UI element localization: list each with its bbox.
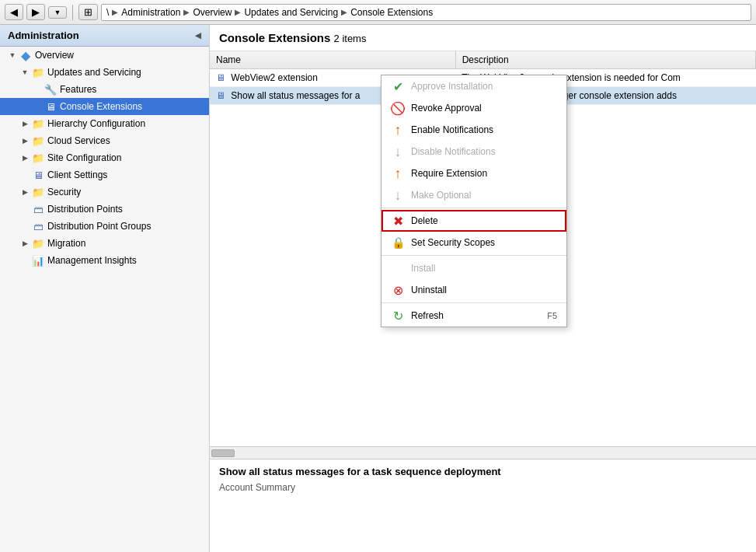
sidebar-item-site-config[interactable]: ▶ 📁 Site Configuration	[0, 149, 209, 166]
sidebar: Administration ◀ ▼ ◆ Overview ▼ 📁 Update…	[0, 25, 210, 552]
expand-arrow-distrib	[19, 205, 31, 213]
bottom-pane: Show all status messages for a task sequ…	[210, 459, 756, 552]
make-optional-icon: ↓	[391, 188, 405, 202]
sidebar-title: Administration	[8, 30, 79, 41]
col-description[interactable]: Description	[455, 51, 755, 69]
sidebar-label-cloud: Cloud Services	[47, 135, 110, 146]
expand-arrow-cloud: ▶	[19, 137, 31, 145]
expand-arrow-hierarchy: ▶	[19, 120, 31, 128]
sidebar-item-mgmt-insights[interactable]: 📊 Management Insights	[0, 252, 209, 269]
ctx-approve-label: Approve Installation	[411, 81, 493, 92]
ctx-enable-notif-label: Enable Notifications	[411, 124, 493, 135]
ctx-install-label: Install	[411, 263, 435, 274]
folder-icon-cloud: 📁	[31, 135, 45, 147]
security-scope-icon: 🔒	[391, 236, 405, 250]
dropdown-button[interactable]: ▼	[48, 6, 67, 19]
expand-arrow-security: ▶	[19, 188, 31, 196]
ctx-require-ext[interactable]: ↑ Require Extension	[381, 162, 566, 184]
expand-arrow-updates: ▼	[19, 68, 31, 76]
ctx-delete[interactable]: ✖ Delete	[381, 210, 566, 232]
sidebar-label-distrib-groups: Distribution Point Groups	[47, 221, 151, 232]
require-ext-icon: ↑	[391, 166, 405, 180]
breadcrumb-console-ext[interactable]: Console Extensions	[350, 7, 433, 18]
main-container: Administration ◀ ▼ ◆ Overview ▼ 📁 Update…	[0, 25, 756, 552]
content-header: Console Extensions 2 items	[210, 25, 756, 51]
folder-icon-site: 📁	[31, 152, 45, 164]
ctx-refresh[interactable]: ↻ Refresh F5	[381, 305, 566, 327]
sidebar-label-updates: Updates and Servicing	[47, 67, 141, 78]
scrollbar-thumb[interactable]	[211, 449, 235, 457]
sidebar-collapse-arrow[interactable]: ◀	[195, 31, 201, 40]
ctx-set-security[interactable]: 🔒 Set Security Scopes	[381, 232, 566, 253]
sidebar-label-migration: Migration	[47, 238, 85, 249]
folder-icon-updates: 📁	[31, 66, 45, 79]
breadcrumb[interactable]: \ ▶ Administration ▶ Overview ▶ Updates …	[101, 4, 751, 21]
enable-notif-icon: ↑	[391, 123, 405, 137]
ctx-uninstall[interactable]: ⊗ Uninstall	[381, 279, 566, 301]
ctx-sep-2	[381, 255, 566, 256]
ctx-disable-notif-label: Disable Notifications	[411, 146, 496, 157]
nav-button[interactable]: ⊞	[78, 4, 98, 20]
sidebar-item-updates[interactable]: ▼ 📁 Updates and Servicing	[0, 64, 209, 81]
sidebar-label-security: Security	[47, 187, 81, 197]
breadcrumb-updates[interactable]: Updates and Servicing	[244, 7, 338, 18]
horizontal-scrollbar[interactable]	[210, 446, 756, 459]
sidebar-label-client-settings: Client Settings	[47, 169, 107, 180]
breadcrumb-sep-1: ▶	[112, 8, 118, 16]
ctx-make-optional: ↓ Make Optional	[381, 184, 566, 206]
sidebar-item-features[interactable]: 🔧 Features	[0, 81, 209, 98]
ctx-refresh-shortcut: F5	[547, 311, 557, 320]
sidebar-label-distrib-points: Distribution Points	[47, 204, 123, 215]
approve-icon: ✔	[391, 79, 405, 93]
col-name[interactable]: Name	[210, 51, 455, 69]
toolbar-separator	[72, 5, 73, 20]
expand-arrow-features	[31, 86, 44, 93]
breadcrumb-administration[interactable]: Administration	[121, 7, 180, 18]
forward-button[interactable]: ▶	[26, 4, 45, 20]
context-menu: ✔ Approve Installation 🚫 Revoke Approval…	[381, 75, 567, 327]
content-title: Console Extensions	[219, 31, 330, 44]
bottom-pane-title: Show all status messages for a task sequ…	[219, 466, 747, 477]
expand-arrow-site: ▶	[19, 154, 31, 162]
sidebar-item-distrib-points[interactable]: 🗃 Distribution Points	[0, 201, 209, 218]
ctx-set-security-label: Set Security Scopes	[411, 237, 495, 248]
expand-arrow-distrib-groups	[19, 222, 31, 230]
content-area: Console Extensions 2 items Name Descript…	[210, 25, 756, 552]
sidebar-item-distrib-groups[interactable]: 🗃 Distribution Point Groups	[0, 218, 209, 235]
ctx-refresh-label: Refresh	[411, 310, 444, 321]
revoke-icon: 🚫	[391, 101, 405, 115]
sidebar-label-features: Features	[60, 84, 96, 95]
breadcrumb-sep-3: ▶	[235, 8, 241, 16]
sidebar-item-overview[interactable]: ▼ ◆ Overview	[0, 47, 209, 64]
ctx-disable-notif: ↓ Disable Notifications	[381, 141, 566, 162]
sidebar-item-client-settings[interactable]: 🖥 Client Settings	[0, 166, 209, 183]
ctx-require-ext-label: Require Extension	[411, 168, 487, 179]
ctx-revoke[interactable]: 🚫 Revoke Approval	[381, 97, 566, 119]
breadcrumb-overview[interactable]: Overview	[193, 7, 232, 18]
sidebar-item-console-ext[interactable]: 🖥 Console Extensions	[0, 98, 209, 115]
back-button[interactable]: ◀	[5, 4, 23, 20]
sidebar-item-hierarchy[interactable]: ▶ 📁 Hierarchy Configuration	[0, 115, 209, 132]
expand-arrow-console-ext	[31, 103, 44, 110]
sidebar-label-mgmt-insights: Management Insights	[47, 255, 137, 266]
row-icon-1: 🖥	[216, 72, 225, 83]
breadcrumb-sep-2: ▶	[183, 8, 190, 16]
ctx-approve: ✔ Approve Installation	[381, 75, 566, 97]
sidebar-item-migration[interactable]: ▶ 📁 Migration	[0, 235, 209, 252]
breadcrumb-sep-4: ▶	[341, 8, 347, 16]
ctx-enable-notif[interactable]: ↑ Enable Notifications	[381, 119, 566, 141]
ctx-install: Install	[381, 257, 566, 279]
expand-arrow-migration: ▶	[19, 239, 31, 247]
features-icon: 🔧	[44, 83, 57, 96]
ctx-sep-1	[381, 208, 566, 208]
ctx-revoke-label: Revoke Approval	[411, 103, 482, 114]
sidebar-label-site-config: Site Configuration	[47, 152, 121, 163]
content-item-count: 2 items	[334, 33, 367, 44]
client-settings-icon: 🖥	[31, 169, 45, 181]
sidebar-item-security[interactable]: ▶ 📁 Security	[0, 183, 209, 201]
toolbar: ◀ ▶ ▼ ⊞ \ ▶ Administration ▶ Overview ▶ …	[0, 0, 756, 25]
row-icon-2: 🖥	[216, 90, 225, 101]
sidebar-item-cloud[interactable]: ▶ 📁 Cloud Services	[0, 132, 209, 149]
insights-icon: 📊	[31, 254, 45, 267]
bottom-pane-subtitle: Account Summary	[219, 482, 747, 493]
